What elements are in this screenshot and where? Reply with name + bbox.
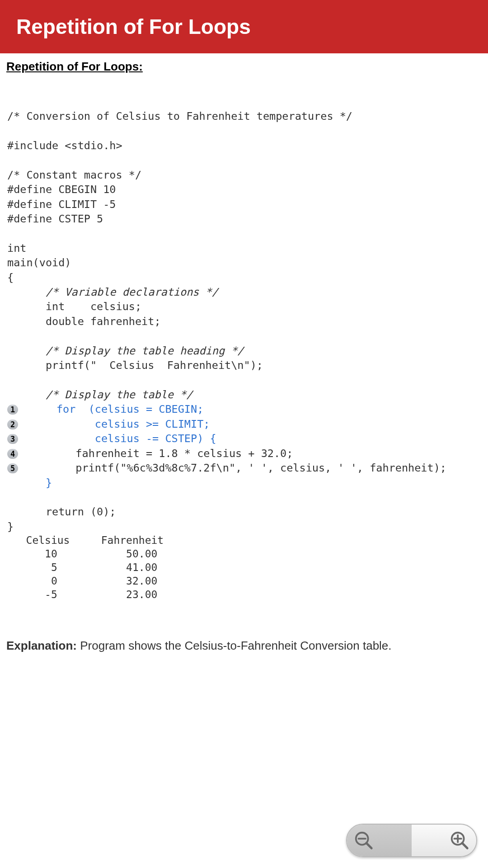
code-line: printf(" Celsius Fahrenheit\n"); [7,359,263,372]
output-line: 5 41.00 [7,561,157,573]
code-line: printf("%6c%3d%8c%7.2f\n", ' ', celsius,… [31,462,446,474]
code-line: fahrenheit = 1.8 * celsius + 32.0; [31,447,293,460]
code-line: /* Constant macros */ [7,169,141,181]
explanation-body: Program shows the Celsius-to-Fahrenheit … [77,639,392,652]
zoom-out-button[interactable] [347,825,412,856]
code-line: celsius -= CSTEP) { [31,432,216,445]
zoom-control[interactable] [346,824,477,857]
zoom-out-icon [353,830,374,851]
code-line: int celsius; [7,300,141,313]
code-line: } [7,520,14,533]
svg-line-4 [462,843,468,849]
code-line: #define CSTEP 5 [7,212,103,225]
code-block: /* Conversion of Celsius to Fahrenheit t… [7,109,482,534]
code-line: { [7,271,14,284]
code-line: /* Display the table heading */ [7,344,244,357]
code-line: return (0); [7,505,116,518]
explanation-label: Explanation: [6,639,77,652]
zoom-in-button[interactable] [412,825,476,856]
code-line: #define CBEGIN 10 [7,183,116,196]
code-line: main(void) [7,256,71,269]
line-badge: 4 [7,449,18,459]
output-line: Celsius Fahrenheit [7,534,164,546]
app-header: Repetition of For Loops [0,0,488,53]
output-line: -5 23.00 [7,589,157,600]
code-line: double fahrenheit; [7,315,161,328]
code-line: for (celsius = CBEGIN; [31,403,203,415]
line-badge: 3 [7,434,18,444]
page-title: Repetition of For Loops [16,15,251,38]
content-area: Repetition of For Loops: /* Conversion o… [0,53,488,653]
section-heading: Repetition of For Loops: [6,60,482,74]
code-line: /* Variable declarations */ [7,286,218,298]
line-badge: 1 [7,405,18,415]
line-badge: 2 [7,420,18,429]
code-line: #include <stdio.h> [7,139,122,152]
output-line: 10 50.00 [7,548,157,560]
svg-line-1 [366,843,372,849]
code-line: } [7,476,52,489]
code-line: #define CLIMIT -5 [7,198,116,211]
output-line: 0 32.00 [7,575,157,587]
zoom-in-icon [449,830,470,851]
line-badge: 5 [7,463,18,473]
code-line: celsius >= CLIMIT; [31,418,210,430]
explanation-text: Explanation: Program shows the Celsius-t… [6,639,482,653]
code-line: int [7,242,26,255]
program-output: Celsius Fahrenheit 10 50.00 5 41.00 0 32… [7,534,482,601]
code-line: /* Conversion of Celsius to Fahrenheit t… [7,110,352,123]
code-line: /* Display the table */ [7,388,192,401]
